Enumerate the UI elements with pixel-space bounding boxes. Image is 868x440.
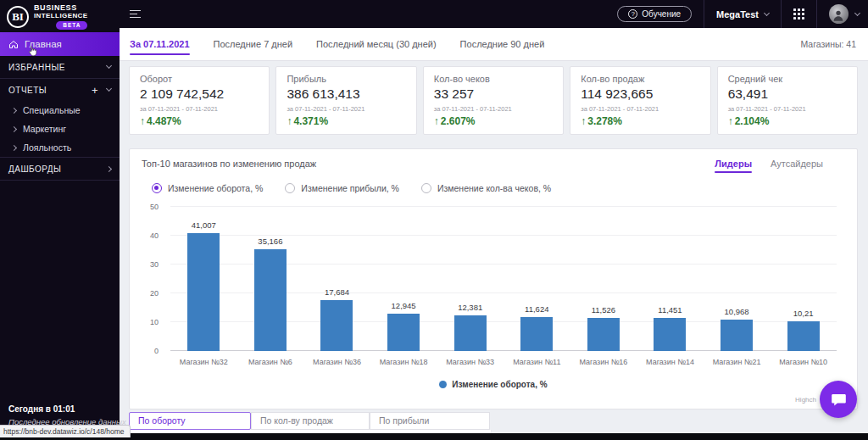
bar-Магазин №14[interactable] — [654, 318, 686, 351]
bar-Магазин №16[interactable] — [587, 318, 620, 351]
kpi-card-receipts[interactable]: Кол-во чеков 33 257 за 07-11-2021 - 07-1… — [423, 66, 564, 135]
kpi-card-avg-receipt[interactable]: Средний чек 63,491 за 07-11-2021 - 07-11… — [717, 66, 858, 135]
add-report-icon[interactable]: + — [92, 85, 98, 96]
legend-label: Изменение оборота, % — [452, 380, 547, 389]
kpi-delta: 4.487% — [147, 115, 181, 127]
apps-grid-icon[interactable] — [793, 8, 804, 19]
bar-slot: 12,945 — [370, 207, 437, 351]
sidebar-item-label: Маркетинг — [23, 124, 66, 134]
brand-line2: INTELLIGENCE — [34, 13, 87, 19]
radio-profit-change[interactable]: Изменение прибыли, % — [285, 183, 399, 193]
sidebar-item-label: Лояльность — [23, 142, 71, 153]
chevron-down-icon — [106, 63, 112, 69]
sidebar-item-label: ИЗБРАННЫЕ — [8, 63, 65, 72]
x-axis-category-label: Магазин №36 — [303, 358, 370, 366]
x-axis-category-label: Магазин №21 — [704, 358, 771, 366]
x-axis-category-label: Магазин №16 — [570, 358, 637, 366]
metric-radio-group: Изменение оборота, % Изменение прибыли, … — [142, 183, 845, 193]
kpi-value: 114 923,665 — [581, 86, 699, 102]
user-menu[interactable] — [829, 4, 860, 24]
y-axis-tick-label: 20 — [150, 289, 159, 298]
bar-slot: 10,21 — [770, 207, 837, 351]
bar-slot: 12,381 — [437, 207, 504, 351]
x-axis-category-label: Магазин №32 — [170, 358, 237, 366]
bar-Магазин №10[interactable] — [787, 321, 820, 351]
app-window: BI BUSINESS INTELLIGENCE BETA Главная ИЗ… — [0, 0, 868, 440]
y-axis-tick-label: 10 — [150, 318, 159, 326]
tab-period-month[interactable]: Последний месяц (30 дней) — [316, 36, 437, 53]
sidebar-item-label: ОТЧЕТЫ — [8, 86, 47, 95]
bar-value-label: 12,945 — [392, 301, 416, 310]
question-icon: ? — [628, 9, 637, 19]
y-axis: 01020304050 — [142, 207, 164, 351]
kpi-delta: 2.607% — [441, 115, 476, 127]
divider — [816, 0, 817, 28]
divider — [0, 180, 120, 181]
bar-value-label: 11,526 — [592, 305, 615, 315]
tab-period-7days[interactable]: Последние 7 дней — [214, 36, 293, 53]
bar-value-label: 11,451 — [658, 305, 682, 315]
tab-by-sales-count[interactable]: По кол-ву продаж — [251, 412, 370, 430]
chat-icon — [830, 391, 848, 409]
training-button-label: Обучение — [642, 9, 681, 19]
main-content: Оборот 2 109 742,542 за 07-11-2021 - 07-… — [120, 61, 868, 440]
y-axis-tick-label: 0 — [154, 347, 159, 355]
tab-by-profit[interactable]: По прибыли — [370, 412, 490, 430]
menu-collapse-icon[interactable] — [130, 10, 141, 19]
tab-by-turnover[interactable]: По обороту — [129, 412, 251, 430]
tab-period-day[interactable]: За 07.11.2021 — [130, 36, 190, 53]
bar-Магазин №33[interactable] — [454, 315, 487, 351]
kpi-delta: 2.104% — [735, 115, 770, 127]
tab-outsiders[interactable]: Аутсайдеры — [771, 159, 823, 173]
top10-stores-panel: Топ-10 магазинов по изменению продаж Лид… — [129, 148, 858, 409]
tab-leaders[interactable]: Лидеры — [715, 159, 752, 173]
workspace-selector[interactable]: MegaTest — [716, 9, 769, 19]
sidebar-item-reports[interactable]: ОТЧЕТЫ + — [0, 79, 120, 101]
kpi-period: за 07-11-2021 - 07-11-2021 — [140, 105, 259, 113]
sidebar: BI BUSINESS INTELLIGENCE BETA Главная ИЗ… — [0, 0, 120, 440]
sidebar-item-marketing[interactable]: Маркетинг — [0, 120, 120, 138]
radio-label: Изменение прибыли, % — [301, 183, 399, 193]
radio-turnover-change[interactable]: Изменение оборота, % — [152, 183, 263, 193]
kpi-period: за 07-11-2021 - 07-11-2021 — [434, 105, 553, 113]
trend-up-icon: ↑ — [287, 115, 292, 127]
sidebar-item-dashboards[interactable]: ДАШБОРДЫ — [0, 158, 120, 180]
kpi-title: Прибыль — [287, 74, 405, 84]
tab-period-90days[interactable]: Последние 90 дней — [460, 36, 545, 53]
kpi-card-profit[interactable]: Прибыль 386 613,413 за 07-11-2021 - 07-1… — [275, 66, 416, 135]
bar-Магазин №36[interactable] — [320, 300, 353, 351]
kpi-value: 63,491 — [728, 86, 847, 102]
x-axis-category-label: Магазин №18 — [370, 358, 437, 366]
sidebar-item-home[interactable]: Главная — [0, 32, 120, 56]
kpi-card-sales[interactable]: Кол-во продаж 114 923,665 за 07-11-2021 … — [570, 66, 710, 135]
brand-line1: BUSINESS — [34, 4, 87, 11]
bar-Магазин №18[interactable] — [387, 314, 420, 351]
chevron-right-icon — [106, 165, 112, 171]
radio-label: Изменение оборота, % — [168, 183, 263, 193]
brand-logo[interactable]: BI BUSINESS INTELLIGENCE BETA — [0, 0, 120, 32]
kpi-card-turnover[interactable]: Оборот 2 109 742,542 за 07-11-2021 - 07-… — [129, 66, 270, 135]
radio-icon — [152, 183, 162, 193]
y-axis-tick-label: 40 — [150, 231, 159, 240]
x-axis-category-label: Магазин №6 — [237, 358, 304, 366]
chat-widget-button[interactable] — [820, 381, 857, 418]
bar-Магазин №11[interactable] — [520, 317, 553, 351]
training-button[interactable]: ? Обучение — [617, 6, 692, 22]
chart-legend[interactable]: Изменение оборота, % — [142, 380, 845, 389]
legend-marker-icon — [439, 381, 447, 388]
workspace-name: MegaTest — [716, 9, 759, 19]
kpi-title: Кол-во продаж — [581, 74, 699, 84]
bar-value-label: 41,007 — [192, 220, 216, 230]
bar-Магазин №6[interactable] — [254, 249, 287, 351]
plot-area: 41,00735,16617,68412,94512,38111,62411,5… — [170, 207, 837, 351]
bar-Магазин №21[interactable] — [721, 320, 753, 351]
top-bar: ? Обучение MegaTest — [120, 0, 868, 28]
sidebar-item-special-reports[interactable]: Специальные — [0, 101, 120, 120]
bar-Магазин №32[interactable] — [187, 233, 220, 351]
x-axis-category-label: Магазин №10 — [770, 358, 837, 366]
radio-receipts-change[interactable]: Изменение кол-ва чеков, % — [421, 183, 551, 193]
sidebar-item-favorites[interactable]: ИЗБРАННЫЕ — [0, 56, 120, 78]
sidebar-item-loyalty[interactable]: Лояльность — [0, 138, 120, 157]
chevron-right-icon — [11, 144, 17, 150]
divider — [781, 0, 782, 28]
